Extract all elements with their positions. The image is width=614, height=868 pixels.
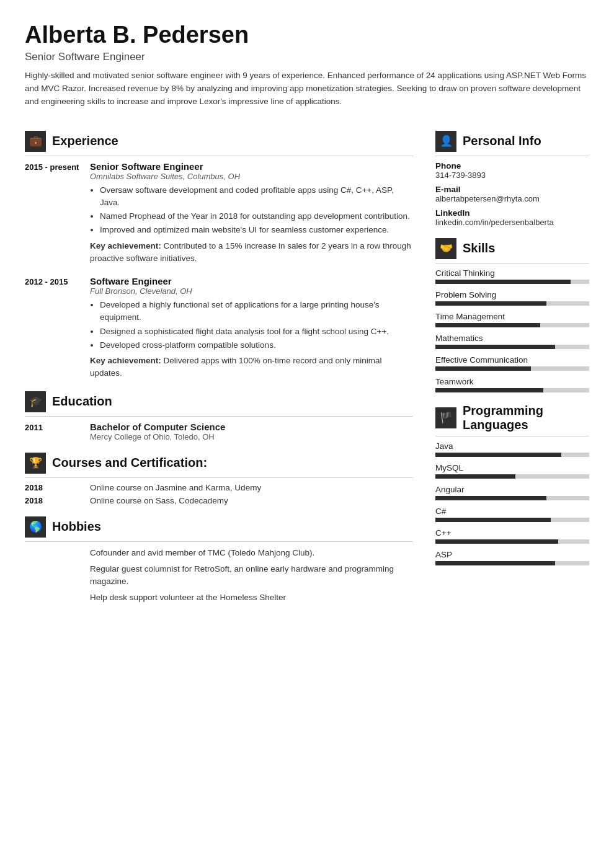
personal-linkedin: linkedin.com/in/pedersenbalberta — [435, 218, 589, 227]
courses-section: 🏆 Courses and Certification: 2018 Online… — [25, 453, 413, 505]
personal-email: albertabpetersen@rhyta.com — [435, 194, 589, 203]
skill-name: Time Management — [435, 312, 589, 321]
programming-item: ASP — [435, 550, 589, 565]
exp-bullets: Oversaw software development and coded p… — [100, 184, 413, 237]
exp-company: Omnilabs Software Suites, Columbus, OH — [90, 172, 413, 181]
right-column: 👤 Personal Info Phone 314-739-3893 E-mai… — [435, 131, 589, 608]
programming-bar-bg — [435, 561, 589, 565]
programming-name: ASP — [435, 550, 589, 559]
exp-bullet: Improved and optimized main website's UI… — [100, 224, 413, 236]
hobbies-header: 🌎 Hobbies — [25, 516, 413, 542]
skill-item: Effective Communication — [435, 355, 589, 371]
skill-item: Time Management — [435, 312, 589, 327]
education-title: Education — [52, 394, 112, 409]
programming-bar-fill — [435, 539, 558, 544]
programming-section: 🏴 Programming Languages Java MySQL Angul… — [435, 404, 589, 565]
course-year: 2018 — [25, 483, 90, 492]
personal-header: 👤 Personal Info — [435, 131, 589, 156]
exp-content: Senior Software Engineer Omnilabs Softwa… — [90, 161, 413, 265]
edu-school: Mercy College of Ohio, Toledo, OH — [90, 432, 225, 441]
skill-bar-bg — [435, 280, 589, 284]
exp-bullet: Developed cross-platform compatible solu… — [100, 339, 413, 352]
hobbies-section: 🌎 Hobbies Cofounder and avid member of T… — [25, 516, 413, 604]
course-year: 2018 — [25, 496, 90, 505]
skills-header: 🤝 Skills — [435, 238, 589, 264]
header-section: Alberta B. Pedersen Senior Software Engi… — [25, 22, 589, 108]
candidate-name: Alberta B. Pedersen — [25, 22, 589, 48]
programming-bar-bg — [435, 518, 589, 522]
programming-bar-bg — [435, 453, 589, 457]
exp-bullet: Designed a sophisticated flight data ana… — [100, 326, 413, 338]
exp-achievement: Key achievement: Contributed to a 15% in… — [90, 240, 413, 265]
programming-bar-fill — [435, 453, 561, 457]
experience-item: 2012 - 2015 Software Engineer Full Brons… — [25, 276, 413, 380]
course-item: 2018 Online course on Sass, Codecademy — [25, 496, 413, 505]
course-item: 2018 Online course on Jasmine and Karma,… — [25, 483, 413, 492]
skill-bar-bg — [435, 301, 589, 306]
skill-bar-fill — [435, 366, 531, 371]
programming-name: Java — [435, 441, 589, 451]
exp-dates: 2012 - 2015 — [25, 276, 90, 380]
skill-item: Critical Thinking — [435, 268, 589, 284]
skill-bar-bg — [435, 345, 589, 349]
hobby-item: Regular guest columnist for RetroSoft, a… — [90, 563, 413, 588]
hobbies-icon: 🌎 — [25, 516, 46, 538]
exp-bullets: Developed a highly functional set of app… — [100, 299, 413, 352]
skill-name: Critical Thinking — [435, 268, 589, 278]
exp-bullet: Named Prophead of the Year in 2018 for o… — [100, 210, 413, 223]
candidate-title: Senior Software Engineer — [25, 51, 589, 63]
personal-phone: 314-739-3893 — [435, 170, 589, 180]
course-description: Online course on Jasmine and Karma, Udem… — [90, 483, 261, 492]
personal-phone-label: Phone — [435, 161, 589, 170]
skills-title: Skills — [463, 241, 495, 255]
edu-degree: Bachelor of Computer Science — [90, 422, 225, 432]
experience-icon: 💼 — [25, 131, 46, 152]
programming-bar-fill — [435, 561, 555, 565]
skills-section: 🤝 Skills Critical Thinking Problem Solvi… — [435, 238, 589, 392]
experience-header: 💼 Experience — [25, 131, 413, 156]
experience-section: 💼 Experience 2015 - present Senior Softw… — [25, 131, 413, 380]
programming-item: MySQL — [435, 463, 589, 479]
programming-header: 🏴 Programming Languages — [435, 404, 589, 436]
skill-bar-bg — [435, 388, 589, 392]
education-icon: 🎓 — [25, 391, 46, 412]
skills-list: Critical Thinking Problem Solving Time M… — [435, 268, 589, 392]
skill-name: Problem Solving — [435, 290, 589, 299]
programming-item: C# — [435, 507, 589, 522]
programming-name: C# — [435, 507, 589, 516]
exp-dates: 2015 - present — [25, 161, 90, 265]
hobbies-list: Cofounder and avid member of TMC (Toledo… — [90, 547, 413, 604]
programming-name: MySQL — [435, 463, 589, 472]
skill-item: Teamwork — [435, 377, 589, 392]
education-section: 🎓 Education 2011 Bachelor of Computer Sc… — [25, 391, 413, 441]
exp-title: Software Engineer — [90, 276, 413, 286]
exp-bullet: Developed a highly functional set of app… — [100, 299, 413, 324]
edu-content: Bachelor of Computer Science Mercy Colle… — [90, 422, 225, 441]
skill-bar-bg — [435, 323, 589, 327]
skill-bar-bg — [435, 366, 589, 371]
programming-list: Java MySQL Angular C# C++ ASP — [435, 441, 589, 565]
programming-bar-fill — [435, 474, 515, 479]
courses-list: 2018 Online course on Jasmine and Karma,… — [25, 483, 413, 505]
personal-icon: 👤 — [435, 131, 456, 152]
programming-bar-bg — [435, 539, 589, 544]
programming-bar-fill — [435, 518, 551, 522]
skill-name: Mathematics — [435, 334, 589, 343]
exp-bullet: Oversaw software development and coded p… — [100, 184, 413, 210]
programming-bar-bg — [435, 474, 589, 479]
exp-achievement: Key achievement: Delivered apps with 100… — [90, 355, 413, 380]
courses-icon: 🏆 — [25, 453, 46, 474]
hobby-item: Help desk support volunteer at the Homel… — [90, 591, 413, 604]
personal-title: Personal Info — [463, 134, 541, 148]
skills-icon: 🤝 — [435, 238, 456, 259]
exp-content: Software Engineer Full Bronson, Clevelan… — [90, 276, 413, 380]
skill-name: Teamwork — [435, 377, 589, 386]
programming-item: Java — [435, 441, 589, 457]
course-description: Online course on Sass, Codecademy — [90, 496, 228, 505]
courses-header: 🏆 Courses and Certification: — [25, 453, 413, 478]
experience-title: Experience — [52, 134, 118, 148]
courses-title: Courses and Certification: — [52, 456, 207, 470]
programming-icon: 🏴 — [435, 407, 456, 428]
skill-item: Mathematics — [435, 334, 589, 349]
skill-bar-fill — [435, 280, 571, 284]
